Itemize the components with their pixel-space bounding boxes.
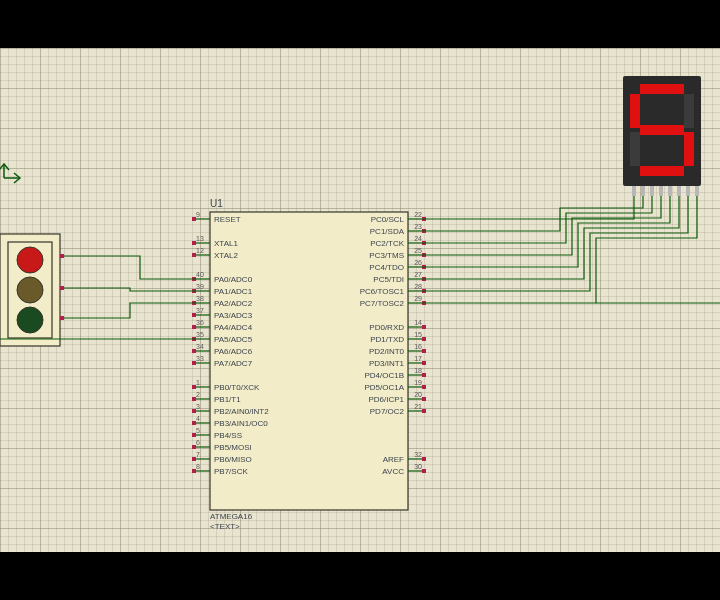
schematic-canvas[interactable]: U1 9RESET13XTAL112XTAL240PA0/ADC039PA1/A… (0, 48, 720, 552)
svg-rect-8 (632, 186, 636, 196)
svg-text:24: 24 (414, 235, 422, 242)
svg-text:33: 33 (196, 355, 204, 362)
seven-seg-pins (632, 186, 699, 196)
svg-text:AVCC: AVCC (382, 467, 404, 476)
svg-text:PB7/SCK: PB7/SCK (214, 467, 248, 476)
svg-text:20: 20 (414, 391, 422, 398)
svg-text:7: 7 (196, 451, 200, 458)
svg-text:8: 8 (196, 463, 200, 470)
svg-text:22: 22 (414, 211, 422, 218)
svg-text:PB0/T0/XCK: PB0/T0/XCK (214, 383, 260, 392)
svg-text:14: 14 (414, 319, 422, 326)
svg-text:34: 34 (196, 343, 204, 350)
svg-text:PD0/RXD: PD0/RXD (369, 323, 404, 332)
svg-text:27: 27 (414, 271, 422, 278)
svg-text:PD5/OC1A: PD5/OC1A (364, 383, 404, 392)
seg-f (630, 94, 640, 128)
svg-rect-130 (422, 337, 426, 341)
svg-rect-9 (641, 186, 645, 196)
svg-text:38: 38 (196, 295, 204, 302)
svg-text:21: 21 (414, 403, 422, 410)
svg-text:PC0/SCL: PC0/SCL (371, 215, 405, 224)
svg-text:5: 5 (196, 427, 200, 434)
svg-text:PB3/AIN1/OC0: PB3/AIN1/OC0 (214, 419, 268, 428)
svg-rect-162 (422, 469, 426, 473)
svg-text:PD3/INT1: PD3/INT1 (369, 359, 405, 368)
svg-text:16: 16 (414, 343, 422, 350)
seg-c (684, 132, 694, 166)
svg-text:36: 36 (196, 319, 204, 326)
svg-text:PC7/TOSC2: PC7/TOSC2 (360, 299, 405, 308)
svg-text:18: 18 (414, 367, 422, 374)
svg-text:19: 19 (414, 379, 422, 386)
svg-text:PC4/TDO: PC4/TDO (369, 263, 404, 272)
svg-text:PB5/MOSI: PB5/MOSI (214, 443, 252, 452)
svg-text:9: 9 (196, 211, 200, 218)
seven-segment-display[interactable] (623, 76, 701, 196)
svg-rect-5 (60, 286, 64, 290)
svg-rect-12 (668, 186, 672, 196)
svg-text:15: 15 (414, 331, 422, 338)
svg-text:3: 3 (196, 403, 200, 410)
svg-text:32: 32 (414, 451, 422, 458)
svg-text:XTAL1: XTAL1 (214, 239, 238, 248)
svg-text:PA0/ADC0: PA0/ADC0 (214, 275, 253, 284)
svg-text:35: 35 (196, 331, 204, 338)
svg-text:PD6/ICP1: PD6/ICP1 (368, 395, 404, 404)
seg-g (640, 125, 684, 135)
svg-text:PA6/ADC6: PA6/ADC6 (214, 347, 253, 356)
svg-rect-126 (422, 325, 426, 329)
svg-rect-14 (686, 186, 690, 196)
red-light (17, 247, 43, 273)
seg-a (640, 84, 684, 94)
svg-text:PC2/TCK: PC2/TCK (370, 239, 404, 248)
svg-rect-138 (422, 361, 426, 365)
svg-rect-6 (60, 316, 64, 320)
svg-text:PD4/OC1B: PD4/OC1B (364, 371, 404, 380)
traffic-light-component[interactable] (0, 234, 64, 346)
svg-text:PC5/TDI: PC5/TDI (373, 275, 404, 284)
origin-marker (0, 164, 20, 183)
svg-text:28: 28 (414, 283, 422, 290)
svg-text:40: 40 (196, 271, 204, 278)
svg-text:2: 2 (196, 391, 200, 398)
svg-text:PB4/SS: PB4/SS (214, 431, 242, 440)
svg-rect-150 (422, 397, 426, 401)
svg-text:PC1/SDA: PC1/SDA (370, 227, 405, 236)
svg-text:XTAL2: XTAL2 (214, 251, 238, 260)
svg-text:12: 12 (196, 247, 204, 254)
svg-text:37: 37 (196, 307, 204, 314)
svg-rect-134 (422, 349, 426, 353)
chip-placeholder: <TEXT> (210, 522, 240, 531)
svg-text:PD2/INT0: PD2/INT0 (369, 347, 405, 356)
svg-text:29: 29 (414, 295, 422, 302)
seg-b (684, 94, 694, 128)
chip-part: ATMEGA16 (210, 512, 253, 521)
svg-text:39: 39 (196, 283, 204, 290)
svg-text:PB1/T1: PB1/T1 (214, 395, 241, 404)
svg-rect-15 (695, 186, 699, 196)
svg-text:PD7/OC2: PD7/OC2 (370, 407, 405, 416)
svg-rect-4 (60, 254, 64, 258)
svg-text:25: 25 (414, 247, 422, 254)
svg-rect-146 (422, 385, 426, 389)
svg-text:23: 23 (414, 223, 422, 230)
svg-rect-158 (422, 457, 426, 461)
svg-text:30: 30 (414, 463, 422, 470)
svg-rect-10 (650, 186, 654, 196)
wires-portc-to-sevenseg (422, 196, 697, 303)
svg-rect-11 (659, 186, 663, 196)
svg-text:PB2/AIN0/INT2: PB2/AIN0/INT2 (214, 407, 269, 416)
svg-text:PA3/ADC3: PA3/ADC3 (214, 311, 253, 320)
svg-rect-154 (422, 409, 426, 413)
green-light (17, 307, 43, 333)
wires-porta-to-lights (64, 256, 196, 318)
svg-text:PA4/ADC4: PA4/ADC4 (214, 323, 253, 332)
svg-text:PA7/ADC7: PA7/ADC7 (214, 359, 253, 368)
mcu-chip[interactable]: U1 9RESET13XTAL112XTAL240PA0/ADC039PA1/A… (192, 198, 426, 531)
svg-text:AREF: AREF (383, 455, 404, 464)
svg-text:PA1/ADC1: PA1/ADC1 (214, 287, 253, 296)
svg-text:1: 1 (196, 379, 200, 386)
svg-text:PC6/TOSC1: PC6/TOSC1 (360, 287, 405, 296)
svg-text:17: 17 (414, 355, 422, 362)
